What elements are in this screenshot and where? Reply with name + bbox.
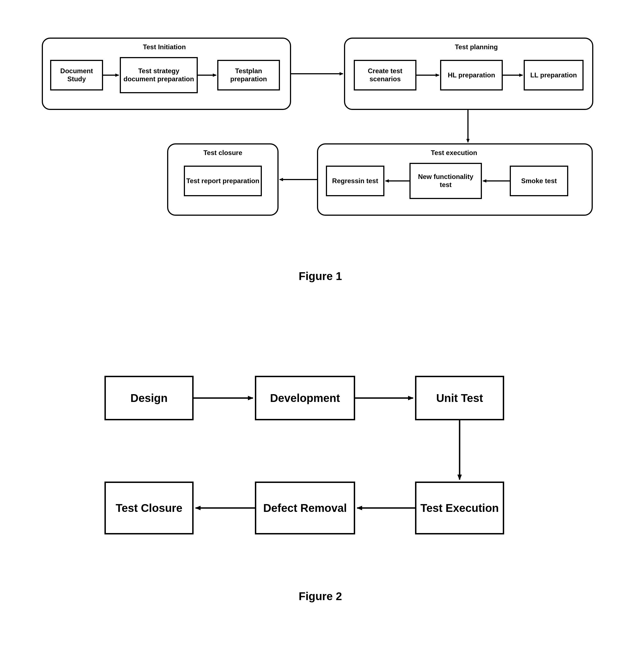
box-ll-prep: LL preparation [524, 60, 584, 91]
group-title-test-initiation: Test Initiation [128, 43, 201, 51]
box-design: Design [104, 376, 194, 420]
group-title-test-planning: Test planning [440, 43, 512, 51]
box-test-closure-2: Test Closure [104, 482, 194, 534]
group-title-test-execution: Test execution [418, 149, 490, 157]
group-title-test-closure: Test closure [189, 149, 256, 157]
box-smoke: Smoke test [510, 166, 568, 196]
box-test-report: Test report preparation [184, 166, 262, 196]
caption-figure-2: Figure 2 [279, 590, 362, 603]
box-testplan: Testplan preparation [217, 60, 280, 91]
box-test-execution-2: Test Execution [415, 482, 504, 534]
box-hl-prep: HL preparation [440, 60, 503, 91]
box-document-study: Document Study [50, 60, 103, 91]
diagram-page: Test Initiation Document Study Test stra… [11, 11, 633, 637]
box-defect-removal: Defect Removal [255, 482, 355, 534]
box-test-strategy: Test strategy document preparation [120, 57, 198, 93]
box-create-scenarios: Create test scenarios [354, 60, 416, 91]
box-development: Development [255, 376, 355, 420]
box-regression: Regressin test [326, 166, 384, 196]
box-new-func: New functionality test [409, 163, 482, 199]
caption-figure-1: Figure 1 [279, 270, 362, 282]
box-unit-test: Unit Test [415, 376, 504, 420]
